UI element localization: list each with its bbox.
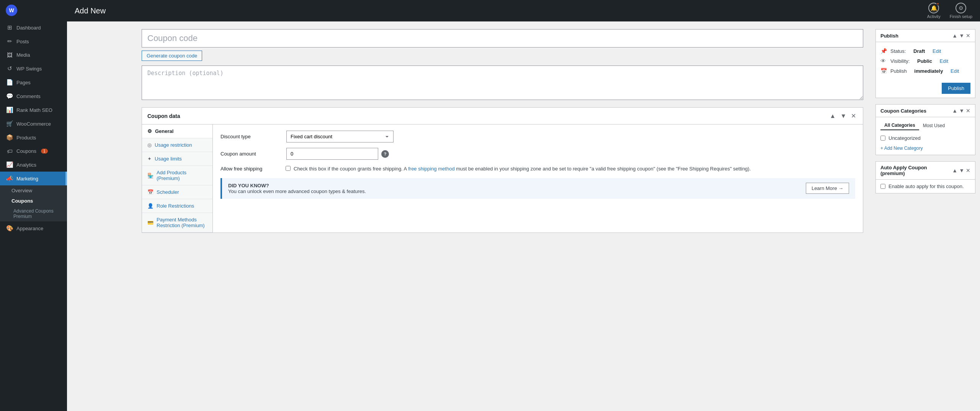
publish-up-btn[interactable]: ▲	[952, 33, 957, 39]
discount-type-control: Percentage discount Fixed cart discount …	[286, 131, 855, 142]
coupon-general-panel: Discount type Percentage discount Fixed …	[213, 124, 863, 233]
add-products-label: Add Products (Premium)	[157, 170, 207, 181]
marketing-icon: 📣	[6, 175, 13, 182]
sidebar-item-media[interactable]: 🖼 Media	[0, 48, 67, 62]
uncategorized-checkbox[interactable]	[880, 136, 885, 141]
publish-time-icon: 📅	[880, 68, 887, 74]
sidebar-item-label: Rank Math SEO	[16, 107, 52, 113]
coupons-icon: 🏷	[6, 148, 13, 154]
most-used-tab[interactable]: Most Used	[919, 121, 949, 130]
publish-button[interactable]: Publish	[942, 83, 970, 94]
coupon-data-metabox: Coupon data ▲ ▼ ✕ ⚙ General ◎ Usage res	[142, 107, 863, 233]
page-title: Add New	[75, 7, 106, 15]
sidebar-item-coupons[interactable]: 🏷 Coupons 1	[0, 144, 67, 158]
tab-add-products[interactable]: 🏪 Add Products (Premium)	[142, 166, 212, 185]
auto-apply-up-btn[interactable]: ▲	[952, 167, 957, 174]
general-tab-icon: ⚙	[147, 128, 152, 134]
auto-apply-body: Enable auto apply for this coupon.	[876, 180, 975, 193]
did-you-know-banner: DID YOU KNOW? You can unlock even more a…	[220, 178, 855, 199]
sidebar-item-marketing[interactable]: 📣 Marketing	[0, 172, 67, 185]
submenu-advanced-coupons[interactable]: Advanced Coupons Premium	[0, 206, 67, 221]
sidebar-item-label: Products	[16, 135, 36, 141]
sidebar-item-posts[interactable]: ✏ Posts	[0, 34, 67, 48]
comments-icon: 💬	[6, 93, 13, 100]
auto-apply-close-btn[interactable]: ✕	[966, 167, 970, 174]
publish-panel-controls: ▲ ▼ ✕	[952, 33, 970, 39]
tab-general[interactable]: ⚙ General	[142, 124, 212, 138]
auto-apply-label: Enable auto apply for this coupon.	[889, 183, 964, 189]
categories-down-btn[interactable]: ▼	[959, 108, 964, 114]
categories-close-btn[interactable]: ✕	[966, 108, 970, 114]
coupon-code-input[interactable]	[142, 29, 863, 47]
status-edit-link[interactable]: Edit	[933, 48, 941, 54]
discount-type-select[interactable]: Percentage discount Fixed cart discount …	[286, 131, 394, 142]
publish-edit-link[interactable]: Edit	[951, 68, 959, 74]
products-icon: 📦	[6, 134, 13, 141]
sidebar-item-appearance[interactable]: 🎨 Appearance	[0, 221, 67, 235]
add-new-category-link[interactable]: + Add New Category	[880, 146, 923, 151]
free-shipping-row: Allow free shipping Check this box if th…	[220, 165, 855, 173]
all-categories-tab[interactable]: All Categories	[880, 121, 919, 130]
free-shipping-method-link[interactable]: free shipping method	[408, 166, 454, 172]
tab-usage-restriction[interactable]: ◎ Usage restriction	[142, 138, 212, 152]
visibility-edit-link[interactable]: Edit	[940, 58, 948, 64]
sidebar-item-label: Dashboard	[16, 25, 41, 31]
payment-methods-icon: 💳	[147, 220, 154, 226]
add-products-icon: 🏪	[147, 173, 154, 178]
publish-down-btn[interactable]: ▼	[959, 33, 964, 39]
category-tabs: All Categories Most Used	[880, 121, 970, 130]
rank-math-icon: 📊	[6, 106, 13, 113]
activity-button[interactable]: 🔔 Activity	[927, 3, 941, 19]
coupon-amount-input[interactable]: 0	[286, 148, 378, 160]
tab-role-restrictions[interactable]: 👤 Role Restrictions	[142, 199, 212, 213]
sidebar-item-dashboard[interactable]: ⊞ Dashboard	[0, 21, 67, 34]
sidebar-item-pages[interactable]: 📄 Pages	[0, 75, 67, 89]
learn-more-button[interactable]: Learn More →	[806, 183, 849, 194]
discount-type-label: Discount type	[220, 131, 282, 139]
auto-apply-down-btn[interactable]: ▼	[959, 167, 964, 174]
coupon-amount-label: Coupon amount	[220, 148, 282, 157]
generate-coupon-button[interactable]: Generate coupon code	[142, 51, 202, 61]
marketing-submenu: Overview Coupons Advanced Coupons Premiu…	[0, 185, 67, 221]
publish-panel-header: Publish ▲ ▼ ✕	[876, 29, 975, 42]
status-row: 📌 Status: Draft Edit	[880, 46, 970, 56]
woocommerce-icon: 🛒	[6, 120, 13, 127]
publish-panel-title: Publish	[880, 33, 898, 39]
topbar: Add New 🔔 Activity ⚙ Finish setup	[67, 0, 980, 21]
sidebar: W ⊞ Dashboard ✏ Posts 🖼 Media ↺ WP Swing…	[0, 0, 67, 411]
sidebar-item-analytics[interactable]: 📈 Analytics	[0, 158, 67, 172]
finish-setup-button[interactable]: ⚙ Finish setup	[950, 3, 972, 19]
metabox-up-btn[interactable]: ▲	[828, 111, 837, 120]
help-icon[interactable]: ?	[381, 150, 389, 158]
tab-payment-methods[interactable]: 💳 Payment Methods Restriction (Premium)	[142, 213, 212, 233]
description-input[interactable]	[142, 65, 863, 100]
sidebar-item-wp-swings[interactable]: ↺ WP Swings	[0, 62, 67, 75]
analytics-icon: 📈	[6, 161, 13, 168]
free-shipping-text: Check this box if the coupon grants free…	[294, 165, 751, 173]
sidebar-item-comments[interactable]: 💬 Comments	[0, 89, 67, 103]
content-area: Generate coupon code Coupon data ▲ ▼ ✕ ⚙…	[134, 21, 871, 411]
scheduler-icon: 📅	[147, 189, 154, 195]
sidebar-item-rank-math[interactable]: 📊 Rank Math SEO	[0, 103, 67, 117]
categories-up-btn[interactable]: ▲	[952, 108, 957, 114]
role-restrictions-label: Role Restrictions	[157, 203, 194, 209]
publish-close-btn[interactable]: ✕	[966, 33, 970, 39]
dashboard-icon: ⊞	[6, 24, 13, 31]
submenu-overview[interactable]: Overview	[0, 185, 67, 196]
auto-apply-checkbox[interactable]	[880, 184, 885, 189]
sidebar-item-products[interactable]: 📦 Products	[0, 131, 67, 144]
coupon-data-body: ⚙ General ◎ Usage restriction ✦ Usage li…	[142, 124, 863, 233]
free-shipping-checkbox[interactable]	[286, 166, 291, 171]
free-shipping-label: Allow free shipping	[220, 165, 282, 172]
finish-setup-icon: ⚙	[956, 3, 966, 13]
auto-apply-title: Auto Apply Coupon (premium)	[880, 165, 952, 176]
metabox-close-btn[interactable]: ✕	[849, 111, 858, 120]
submenu-coupons[interactable]: Coupons	[0, 196, 67, 206]
sidebar-item-label: Appearance	[16, 226, 43, 231]
metabox-down-btn[interactable]: ▼	[839, 111, 848, 120]
tab-usage-limits[interactable]: ✦ Usage limits	[142, 152, 212, 166]
tab-scheduler[interactable]: 📅 Scheduler	[142, 185, 212, 199]
sidebar-logo[interactable]: W	[0, 0, 67, 21]
sidebar-item-woocommerce[interactable]: 🛒 WooCommerce	[0, 117, 67, 131]
metabox-controls: ▲ ▼ ✕	[828, 111, 858, 120]
